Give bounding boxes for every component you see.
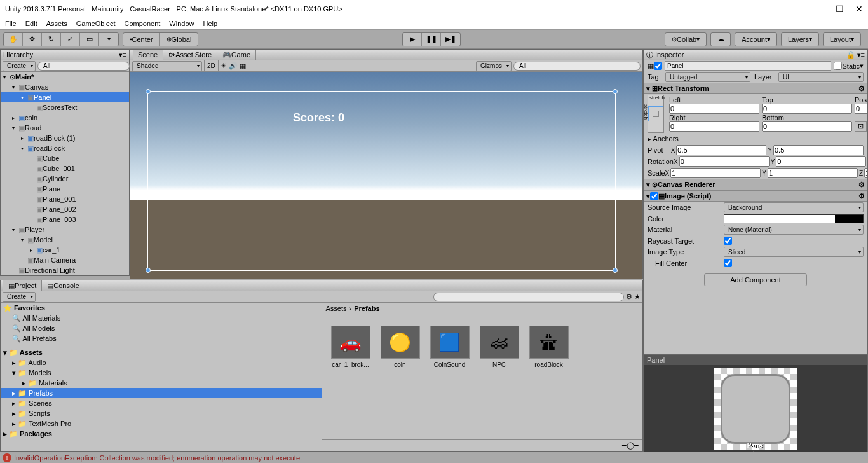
- menu-component[interactable]: Component: [124, 20, 160, 27]
- scene-tab[interactable]: Scene: [133, 50, 163, 60]
- audio-icon[interactable]: 🔊: [229, 62, 238, 70]
- anchor-preset-icon[interactable]: stretch stretch: [648, 95, 664, 133]
- pause-button[interactable]: ❚❚: [422, 33, 441, 46]
- folder-item[interactable]: ▾ 📁 Models: [1, 368, 322, 378]
- hierarchy-item[interactable]: ▾▣ roadBlock: [1, 143, 129, 153]
- folder-item[interactable]: ▸ 📁 Scenes: [1, 398, 322, 408]
- hierarchy-item[interactable]: ▸▣ roadBlock (1): [1, 133, 129, 143]
- folder-item[interactable]: ▸ 📁 TextMesh Pro: [1, 418, 322, 429]
- hierarchy-item[interactable]: ▣ Main Camera: [1, 255, 129, 265]
- hierarchy-item[interactable]: ▣ Plane_001: [1, 194, 129, 204]
- assets-folder[interactable]: ▾ 📁 Assets: [1, 347, 322, 357]
- mode-2d-button[interactable]: 2D: [204, 60, 219, 73]
- asset-item[interactable]: 🏎NPC: [478, 326, 520, 428]
- asset-item[interactable]: 🛣roadBlock: [528, 326, 570, 428]
- raycast-checkbox[interactable]: [724, 237, 732, 245]
- hierarchy-item[interactable]: ▣ ScoresText: [1, 102, 129, 113]
- menu-help[interactable]: Help: [203, 20, 217, 27]
- object-name-field[interactable]: [665, 61, 831, 71]
- hierarchy-item[interactable]: ▣ Plane_002: [1, 204, 129, 214]
- project-search[interactable]: [433, 293, 624, 301]
- error-icon[interactable]: !: [3, 453, 11, 462]
- folder-item[interactable]: ▸ 📁 Audio: [1, 357, 322, 368]
- material-field[interactable]: None (Material): [724, 225, 864, 235]
- light-icon[interactable]: ☀: [220, 62, 227, 70]
- minimize-icon[interactable]: —: [815, 4, 824, 14]
- menu-gameobject[interactable]: GameObject: [76, 20, 116, 27]
- thumbnail-slider[interactable]: ━◯━: [622, 441, 639, 450]
- hierarchy-tree[interactable]: ▾⊙ Main*▾▣ Canvas▾▣ Panel▣ ScoresText▸▣ …: [1, 72, 129, 275]
- panel-menu-icon[interactable]: ▾≡: [119, 51, 126, 59]
- color-field[interactable]: [724, 214, 864, 223]
- hierarchy-item[interactable]: ▾▣ Model: [1, 235, 129, 245]
- scene-row[interactable]: ▾⊙ Main*: [1, 72, 129, 82]
- scale-tool-icon[interactable]: ⤢: [61, 33, 80, 46]
- hierarchy-item[interactable]: ▣ Cube: [1, 153, 129, 163]
- collab-button[interactable]: ⊙ Collab ▾: [665, 33, 706, 46]
- gizmos-dropdown[interactable]: Gizmos: [476, 61, 512, 71]
- console-tab[interactable]: ▤ Console: [42, 280, 85, 291]
- hierarchy-item[interactable]: ▣ Plane_003: [1, 214, 129, 225]
- asset-item[interactable]: 🚗car_1_brok...: [330, 326, 372, 428]
- pivot-global-button[interactable]: ⊕ Global: [160, 33, 198, 46]
- rect-transform-header[interactable]: ▾ ⊞ Rect Transform⚙: [644, 83, 867, 94]
- shaded-dropdown[interactable]: Shaded: [132, 61, 202, 71]
- breadcrumb-assets[interactable]: Assets: [326, 305, 347, 312]
- menu-window[interactable]: Window: [169, 20, 194, 27]
- save-search-icon[interactable]: ★: [634, 293, 641, 301]
- project-create-dropdown[interactable]: Create: [3, 292, 36, 302]
- rect-tool-icon[interactable]: ▭: [80, 33, 99, 46]
- fill-center-checkbox[interactable]: [724, 259, 732, 267]
- hierarchy-item[interactable]: ▣ Directional Light: [1, 265, 129, 275]
- pivot-x-field[interactable]: [676, 145, 766, 155]
- menu-assets[interactable]: Assets: [46, 20, 67, 27]
- hierarchy-item[interactable]: ▣ Cylinder: [1, 174, 129, 184]
- left-field[interactable]: [669, 104, 759, 114]
- scale-y-field[interactable]: [768, 168, 858, 178]
- canvas-renderer-header[interactable]: ▾ ⊙ Canvas Renderer⚙: [644, 179, 867, 190]
- menu-edit[interactable]: Edit: [25, 20, 37, 27]
- asset-item[interactable]: 🟦CoinSound: [429, 326, 471, 428]
- scale-x-field[interactable]: [670, 168, 761, 178]
- image-script-header[interactable]: ▾ ▦ Image (Script)⚙: [644, 190, 867, 202]
- blueprint-icon[interactable]: ⊡: [855, 121, 867, 132]
- hierarchy-item[interactable]: ▸▣ coin: [1, 113, 129, 123]
- error-message[interactable]: InvalidOperationException: Collection wa…: [14, 454, 302, 462]
- favorite-item[interactable]: 🔍 All Models: [1, 323, 322, 333]
- hierarchy-item[interactable]: ▾▣ Road: [1, 123, 129, 133]
- maximize-icon[interactable]: ☐: [836, 4, 844, 14]
- favorite-item[interactable]: 🔍 All Prefabs: [1, 333, 322, 343]
- posz-field[interactable]: [855, 104, 868, 114]
- folder-item[interactable]: ▸ 📁 Materials: [1, 378, 322, 388]
- cloud-icon[interactable]: ☁: [711, 33, 730, 46]
- hierarchy-search[interactable]: [37, 62, 130, 71]
- right-field[interactable]: [669, 121, 759, 132]
- hierarchy-item[interactable]: ▣ Cube_001: [1, 163, 129, 174]
- asset-store-tab[interactable]: 🛍 Asset Store: [163, 50, 217, 60]
- project-tab[interactable]: ▦ Project: [3, 280, 42, 291]
- create-dropdown[interactable]: Create: [3, 61, 36, 71]
- pivot-y-field[interactable]: [773, 145, 864, 155]
- folder-item[interactable]: ▸ 📁 Prefabs: [1, 388, 322, 398]
- hierarchy-item[interactable]: ▾▣ Player: [1, 225, 129, 235]
- step-button[interactable]: ▶❚: [441, 33, 460, 46]
- top-field[interactable]: [762, 104, 852, 114]
- move-tool-icon[interactable]: ✥: [23, 33, 42, 46]
- game-tab[interactable]: 🎮 Game: [217, 50, 256, 60]
- menu-file[interactable]: File: [5, 20, 17, 27]
- static-checkbox[interactable]: [834, 62, 842, 70]
- hierarchy-tab[interactable]: Hierarchy: [3, 51, 33, 59]
- hierarchy-item[interactable]: ▸▣ car_1: [1, 245, 129, 255]
- play-button[interactable]: ▶: [403, 33, 422, 46]
- asset-grid[interactable]: 🚗car_1_brok...🟡coin🟦CoinSound🏎NPC🛣roadBl…: [322, 314, 643, 439]
- breadcrumb-prefabs[interactable]: Prefabs: [354, 305, 379, 312]
- tag-dropdown[interactable]: Untagged: [665, 72, 750, 82]
- filter-icon[interactable]: ⚙: [626, 293, 632, 301]
- favorite-item[interactable]: 🔍 All Materials: [1, 313, 322, 323]
- add-component-button[interactable]: Add Component: [704, 273, 807, 286]
- transform-tool-icon[interactable]: ✦: [99, 33, 118, 46]
- pivot-center-button[interactable]: ▪ Center: [123, 33, 160, 46]
- bottom-field[interactable]: [762, 121, 852, 132]
- favorites-header[interactable]: ⭐ Favorites: [1, 303, 322, 313]
- layer-dropdown[interactable]: UI: [778, 72, 864, 82]
